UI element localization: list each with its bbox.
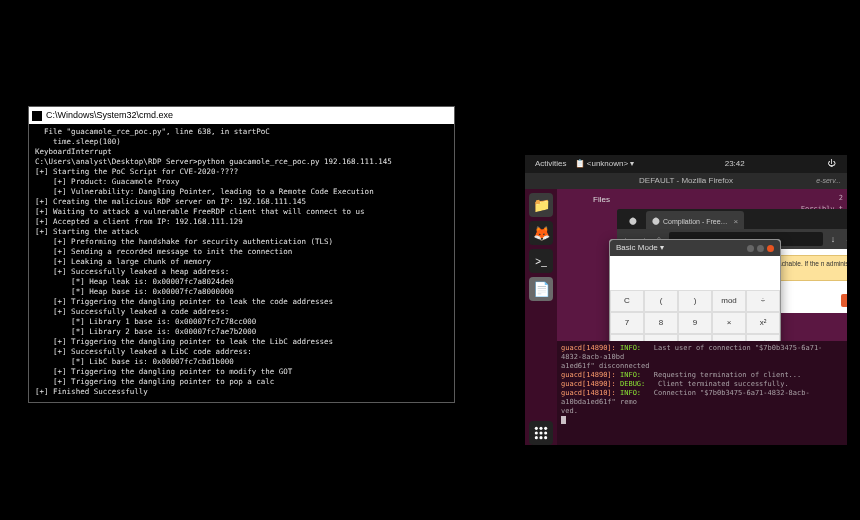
- close-icon[interactable]: ×: [734, 217, 739, 226]
- cmd-line: [+] Triggering the dangling pointer to p…: [35, 377, 448, 387]
- calc-key[interactable]: ): [678, 290, 712, 312]
- cmd-line: [*] Heap leak is: 0x00007fc7a8024de0: [35, 277, 448, 287]
- cmd-line: KeyboardInterrupt: [35, 147, 448, 157]
- maximize-button[interactable]: [757, 245, 764, 252]
- cmd-line: [+] Product: Guacamole Proxy: [35, 177, 448, 187]
- document-launcher-icon[interactable]: 📄: [529, 277, 553, 301]
- calc-key[interactable]: ×: [712, 312, 746, 334]
- cmd-line: [+] Successfully leaked a code address:: [35, 307, 448, 317]
- cmd-line: [+] Sending a recorded message to init t…: [35, 247, 448, 257]
- cmd-line: [+] Starting the attack: [35, 227, 448, 237]
- terminal-cursor: [561, 416, 566, 424]
- cmd-line: [+] Starting the PoC Script for CVE-2020…: [35, 167, 448, 177]
- activities-button[interactable]: Activities: [535, 155, 567, 173]
- svg-point-8: [544, 436, 547, 439]
- cmd-titlebar[interactable]: C:\Windows\System32\cmd.exe: [29, 107, 454, 124]
- firefox-tab-2[interactable]: ⬤Compilation - Free…×: [646, 211, 744, 229]
- ubuntu-topbar: Activities 📋 <unknown> ▾ 23:42 ⏻: [525, 155, 847, 173]
- cmd-line: [*] Library 1 base is: 0x00007fc7c78cc00…: [35, 317, 448, 327]
- calc-key[interactable]: ÷: [746, 290, 780, 312]
- firefox-tabbar: ⬤ ⬤Compilation - Free…×: [617, 209, 847, 229]
- cmd-line: [+] Triggering the dangling pointer to m…: [35, 367, 448, 377]
- calc-key[interactable]: x²: [746, 312, 780, 334]
- terminal-line: guacd[14890]: INFO: Last user of connect…: [561, 344, 843, 362]
- terminal-line: a1ed61f" disconnected: [561, 362, 843, 371]
- downloads-button[interactable]: ↓: [827, 233, 839, 245]
- calc-key[interactable]: mod: [712, 290, 746, 312]
- terminal-line: guacd[14810]: INFO: Connection "$7b0b347…: [561, 389, 843, 407]
- clock[interactable]: 23:42: [725, 155, 745, 173]
- svg-point-1: [539, 427, 542, 430]
- calc-key[interactable]: 9: [678, 312, 712, 334]
- calc-key[interactable]: 7: [610, 312, 644, 334]
- library-button[interactable]: ⇩: [843, 233, 847, 245]
- cmd-line: [+] Waiting to attack a vulnerable FreeR…: [35, 207, 448, 217]
- cmd-line: [*] Heap base is: 0x00007fc7a8000000: [35, 287, 448, 297]
- cmd-line: C:\Users\analyst\Desktop\RDP Server>pyth…: [35, 157, 448, 167]
- cmd-icon: [32, 111, 42, 121]
- cmd-line: [+] Successfully leaked a LibC code addr…: [35, 347, 448, 357]
- svg-point-4: [539, 431, 542, 434]
- close-button[interactable]: [767, 245, 774, 252]
- terminal-line: guacd[14890]: DEBUG: Client terminated s…: [561, 380, 843, 389]
- svg-point-7: [539, 436, 542, 439]
- svg-point-0: [535, 427, 538, 430]
- cmd-line: [+] Finished Successfully: [35, 387, 448, 397]
- launcher-dock: 📁 🦊 >_ 📄: [525, 189, 557, 445]
- cmd-window: C:\Windows\System32\cmd.exe File "guacam…: [28, 106, 455, 403]
- cmd-line: [+] Accepted a client from IP: 192.168.1…: [35, 217, 448, 227]
- terminal-line: guacd[14890]: INFO: Requesting terminati…: [561, 371, 843, 380]
- calculator-display[interactable]: [610, 256, 780, 290]
- calc-key[interactable]: C: [610, 290, 644, 312]
- minimize-button[interactable]: [747, 245, 754, 252]
- cmd-line: [+] Triggering the dangling pointer to l…: [35, 337, 448, 347]
- guacd-terminal[interactable]: guacd[14890]: INFO: Last user of connect…: [557, 341, 847, 445]
- vm-title-right: e-serv...: [816, 173, 841, 189]
- vm-title: DEFAULT - Mozilla Firefox: [639, 176, 733, 185]
- firefox-tab-1[interactable]: ⬤: [623, 211, 646, 229]
- firefox-launcher-icon[interactable]: 🦊: [529, 221, 553, 245]
- system-menu[interactable]: ⏻: [827, 155, 837, 173]
- terminal-line: ved.: [561, 407, 843, 416]
- ubuntu-window: Activities 📋 <unknown> ▾ 23:42 ⏻ DEFAULT…: [525, 155, 847, 445]
- cmd-output[interactable]: File "guacamole_rce_poc.py", line 638, i…: [29, 124, 454, 402]
- cmd-line: [+] Leaking a large chunk of memory: [35, 257, 448, 267]
- cmd-line: [+] Creating the malicious RDP server on…: [35, 197, 448, 207]
- apps-grid-icon[interactable]: [529, 421, 553, 445]
- svg-point-2: [544, 427, 547, 430]
- cmd-line: [+] Preforming the handshake for securit…: [35, 237, 448, 247]
- svg-point-3: [535, 431, 538, 434]
- calc-key[interactable]: 8: [644, 312, 678, 334]
- cmd-line: [+] Vulnerability: Dangling Pointer, lea…: [35, 187, 448, 197]
- files-header[interactable]: Files: [593, 192, 610, 208]
- cmd-line: [+] Triggering the dangling pointer to l…: [35, 297, 448, 307]
- desktop-area: 2 Forcibly t 99b19" remo tion reset IEGO…: [557, 189, 847, 341]
- svg-point-5: [544, 431, 547, 434]
- page-button[interactable]: out: [841, 294, 847, 307]
- cmd-title: C:\Windows\System32\cmd.exe: [46, 111, 173, 120]
- cmd-line: [+] Successfully leaked a heap address:: [35, 267, 448, 277]
- cmd-line: [*] Library 2 base is: 0x00007fc7ae7b200…: [35, 327, 448, 337]
- calc-key[interactable]: (: [644, 290, 678, 312]
- files-launcher-icon[interactable]: 📁: [529, 193, 553, 217]
- cmd-line: File "guacamole_rce_poc.py", line 638, i…: [35, 127, 448, 137]
- svg-point-6: [535, 436, 538, 439]
- vm-titlebar[interactable]: DEFAULT - Mozilla Firefox e-serv...: [525, 173, 847, 189]
- terminal-launcher-icon[interactable]: >_: [529, 249, 553, 273]
- topbar-app-menu[interactable]: 📋 <unknown> ▾: [575, 155, 635, 173]
- cmd-line: [*] LibC base is: 0x00007fc7cbd1b000: [35, 357, 448, 367]
- cmd-line: time.sleep(100): [35, 137, 448, 147]
- calculator-titlebar[interactable]: Basic Mode ▾: [610, 240, 780, 256]
